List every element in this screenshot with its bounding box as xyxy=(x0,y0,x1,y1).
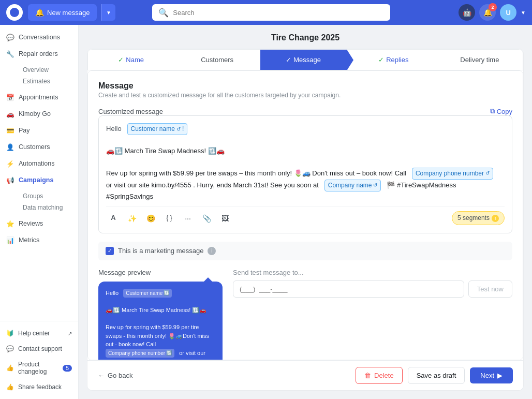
copy-button[interactable]: ⧉ Copy xyxy=(490,107,512,115)
greeting-text: Hello xyxy=(106,125,122,132)
section-heading: Message Create and test a customized mes… xyxy=(98,81,512,99)
sidebar-item-share-feedback[interactable]: 👍 Share feedback xyxy=(0,379,78,395)
content-area: Message Create and test a customized mes… xyxy=(87,70,523,360)
preview-section: Message preview Hello Customer name 🔃 🚗🔃… xyxy=(98,269,223,360)
sidebar-sub-overview[interactable]: Overview xyxy=(19,64,78,76)
check-icon: ✓ xyxy=(108,248,112,254)
bot-icon-button[interactable]: 🤖 xyxy=(459,4,475,21)
preview-greeting: Hello xyxy=(106,290,119,296)
sidebar-item-product-changelog[interactable]: 👍 Product changelog 5 xyxy=(0,357,78,379)
attachment-icon[interactable]: 📎 xyxy=(199,211,214,226)
topbar-right: 🤖 🔔 2 U ▼ xyxy=(459,4,526,21)
back-arrow-icon: ← xyxy=(98,372,105,379)
footer: ← Go back 🗑 Delete Save as draft Next ▶ xyxy=(87,360,523,390)
phone-preview: Hello Customer name 🔃 🚗🔃 March Tire Swap… xyxy=(98,282,223,360)
sidebar-item-metrics[interactable]: 📊 Metrics xyxy=(0,232,78,248)
customer-name-tag[interactable]: Customer name ↺ ! xyxy=(127,123,188,135)
send-test-label: Send test message to... xyxy=(233,269,512,276)
external-link-icon: ↗ xyxy=(68,331,72,336)
emoji-icon[interactable]: 😊 xyxy=(143,211,158,226)
copy-icon: ⧉ xyxy=(490,107,495,115)
customized-message-label: Customized message xyxy=(98,108,163,115)
topbar: 🔔 New message ▼ 🔍 🤖 🔔 2 U ▼ xyxy=(0,0,532,25)
trash-icon: 🗑 xyxy=(364,372,371,379)
next-arrow-icon: ▶ xyxy=(497,372,503,379)
marketing-info-icon[interactable]: i xyxy=(208,247,216,255)
message-icon: 🔔 xyxy=(35,8,44,17)
preview-phone-tag: Company phone number 🔃 xyxy=(106,349,174,358)
message-line2-mid: or visit our site kimo.by/4555 . Hurry, … xyxy=(106,181,319,189)
sidebar-item-kimoby-go[interactable]: 🚗 Kimoby Go xyxy=(0,106,78,122)
pay-icon: 💳 xyxy=(6,126,14,135)
sidebar-item-reviews[interactable]: ⭐ Reviews xyxy=(0,215,78,232)
preview-test-row: Message preview Hello Customer name 🔃 🚗🔃… xyxy=(98,269,512,360)
customers-icon: 👤 xyxy=(6,143,14,151)
step-delivery-time[interactable]: Delivery time xyxy=(437,50,523,70)
feedback-icon: 👍 xyxy=(6,383,14,391)
reviews-icon: ⭐ xyxy=(6,219,14,228)
preview-customer-tag: Customer name 🔃 xyxy=(123,289,172,298)
sidebar-sub-groups[interactable]: Groups xyxy=(19,190,78,202)
segments-warning-dot: ! xyxy=(492,215,499,222)
company-name-tag[interactable]: Company name ↺ xyxy=(324,180,381,191)
test-now-button[interactable]: Test now xyxy=(468,280,512,298)
page-title: Tire Change 2025 xyxy=(87,33,524,42)
marketing-row: ✓ This is a marketing message i xyxy=(98,242,512,260)
company-phone-tag[interactable]: Company phone number ↺ xyxy=(412,168,493,180)
sidebar-item-contact-support[interactable]: 💬 Contact support xyxy=(0,341,78,357)
sidebar-sub-estimates[interactable]: Estimates xyxy=(19,76,78,87)
automations-icon: ⚡ xyxy=(6,159,14,168)
sidebar-item-customers[interactable]: 👤 Customers xyxy=(0,139,78,155)
magic-icon[interactable]: ✨ xyxy=(125,211,139,226)
notification-badge: 2 xyxy=(489,3,497,11)
sidebar-item-help-center[interactable]: 🔰 Help center ↗ xyxy=(0,326,78,341)
steps-nav: ✓ Name Customers ✓ Message ✓ Replies Del… xyxy=(87,49,523,70)
sidebar-item-repair-orders[interactable]: 🔧 Repair orders xyxy=(0,46,78,62)
next-button[interactable]: Next ▶ xyxy=(470,367,513,383)
step-name[interactable]: ✓ Name xyxy=(88,50,174,70)
marketing-label: This is a marketing message xyxy=(118,247,203,255)
user-avatar[interactable]: U xyxy=(500,4,516,21)
segments-badge: 5 segments ! xyxy=(452,211,505,225)
campaigns-icon: 📢 xyxy=(6,176,14,184)
repair-orders-icon: 🔧 xyxy=(6,50,14,58)
test-section: Send test message to... Test now xyxy=(233,269,512,298)
sidebar-item-automations[interactable]: ⚡ Automations xyxy=(0,155,78,172)
preview-tag-icon: 🔃 xyxy=(164,290,169,297)
go-back-button[interactable]: ← Go back xyxy=(98,372,132,379)
save-draft-button[interactable]: Save as draft xyxy=(408,367,465,384)
message-editor[interactable]: Hello Customer name ↺ ! 🚗🔃 March Tire Sw… xyxy=(98,115,512,233)
campaign-card: ✓ Name Customers ✓ Message ✓ Replies Del… xyxy=(87,49,524,391)
step-customers[interactable]: Customers xyxy=(174,50,260,70)
sidebar-item-pay[interactable]: 💳 Pay xyxy=(0,122,78,139)
preview-line1: 🚗🔃 March Tire Swap Madness! 🔃🚗 xyxy=(106,307,206,313)
sidebar-sub-data-matching[interactable]: Data matching xyxy=(19,202,78,213)
user-menu-chevron[interactable]: ▼ xyxy=(521,10,526,16)
marketing-checkbox[interactable]: ✓ xyxy=(106,247,114,255)
new-message-dropdown[interactable]: ▼ xyxy=(101,4,115,21)
changelog-icon: 👍 xyxy=(6,364,14,372)
test-phone-input[interactable] xyxy=(233,280,464,298)
variables-icon[interactable]: { } xyxy=(162,211,176,226)
customized-message-section: Customized message ⧉ Copy Hello Customer… xyxy=(98,107,512,233)
sidebar-item-campaigns[interactable]: 📢 Campaigns xyxy=(0,172,78,188)
step-replies[interactable]: ✓ Replies xyxy=(346,50,436,70)
message-toolbar: A ✨ 😊 { } ··· 📎 🖼 5 segments ! xyxy=(106,206,505,226)
bot-icon: 🤖 xyxy=(463,8,471,17)
message-preview-label: Message preview xyxy=(98,269,223,276)
help-icon: 🔰 xyxy=(6,330,14,337)
sidebar-item-appointments[interactable]: 📅 Appointments xyxy=(0,89,78,106)
search-bar: 🔍 xyxy=(152,4,390,21)
logo[interactable] xyxy=(6,4,23,21)
search-input[interactable] xyxy=(173,9,384,17)
step-message[interactable]: ✓ Message xyxy=(260,50,346,70)
sidebar-item-conversations[interactable]: 💬 Conversations xyxy=(0,29,78,46)
test-input-row: Test now xyxy=(233,280,512,298)
image-icon[interactable]: 🖼 xyxy=(218,211,232,226)
text-format-icon[interactable]: A xyxy=(106,211,121,226)
message-line1: 🚗🔃 March Tire Swap Madness! 🔃🚗 xyxy=(106,147,225,155)
new-message-button[interactable]: 🔔 New message xyxy=(28,4,97,21)
dots-icon[interactable]: ··· xyxy=(181,211,195,226)
delete-button[interactable]: 🗑 Delete xyxy=(356,367,403,384)
notifications-button[interactable]: 🔔 2 xyxy=(479,4,496,21)
